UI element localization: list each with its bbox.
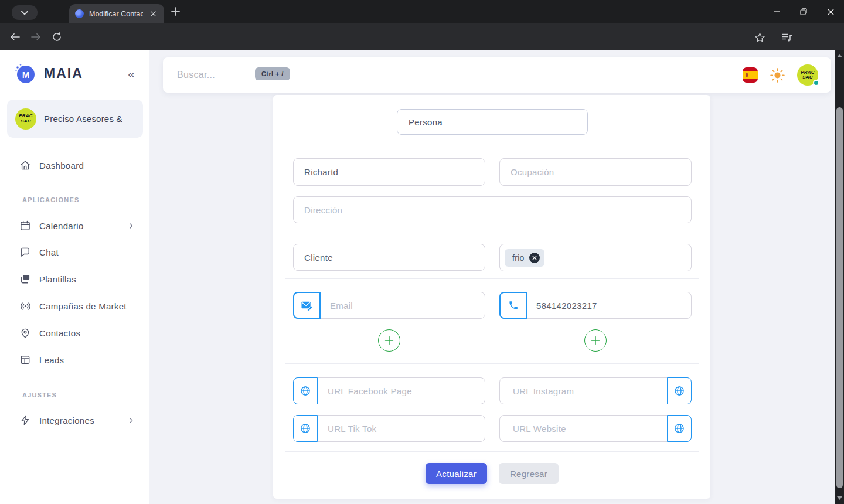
tag-chip: frio (505, 249, 544, 267)
section-aplicaciones: APLICACIONES (22, 196, 80, 203)
minimize-button[interactable] (763, 0, 790, 23)
language-flag-icon[interactable] (743, 67, 758, 83)
chevron-right-icon (127, 417, 135, 424)
sidebar-item-integraciones[interactable]: Integraciones (8, 408, 141, 432)
sidebar-item-leads[interactable]: Leads (8, 348, 141, 372)
restore-button[interactable] (790, 0, 817, 23)
forward-arrow-icon (31, 33, 41, 41)
plus-icon (384, 336, 394, 345)
browser-toolbar: app.maiaassistantai.com/contacts/7/edit (0, 23, 844, 50)
map-pin-icon (19, 326, 32, 339)
section-ajustes: AJUSTES (22, 391, 57, 399)
reload-button[interactable] (48, 28, 66, 46)
reload-icon (52, 32, 62, 42)
svg-text:M: M (22, 70, 30, 80)
tab-title: Modificar Contacto (89, 10, 143, 18)
media-controls-icon (782, 33, 792, 42)
sidebar-item-chat[interactable]: Chat (8, 240, 141, 264)
direccion-input[interactable] (293, 196, 692, 223)
user-avatar[interactable]: PRACSAC (797, 64, 818, 86)
bookmark-button[interactable] (751, 29, 768, 46)
site-favicon-icon (75, 9, 84, 18)
media-controls-button[interactable] (778, 29, 796, 46)
telefono-field (499, 292, 692, 319)
star-icon (755, 33, 765, 42)
chevron-right-icon (127, 222, 135, 230)
remove-tag-icon[interactable] (529, 253, 540, 263)
back-arrow-icon (10, 33, 20, 41)
website-url-input[interactable] (500, 416, 666, 441)
scroll-up-arrow[interactable] (835, 52, 844, 60)
tab-search-button[interactable] (12, 5, 38, 20)
persona-select[interactable]: Persona (397, 109, 588, 135)
back-button[interactable] (6, 28, 23, 46)
online-status-dot (813, 80, 819, 86)
instagram-url-input[interactable] (500, 378, 666, 404)
chat-icon (19, 246, 32, 258)
actualizar-button[interactable]: Actualizar (426, 463, 487, 484)
add-email-button[interactable] (378, 329, 400, 352)
globe-icon (667, 377, 692, 404)
search-shortcut-badge: Ctrl + / (255, 67, 290, 80)
sidebar-item-calendario[interactable]: Calendario (8, 214, 141, 237)
sidebar-collapse-button[interactable]: « (128, 67, 139, 80)
divider (285, 451, 699, 452)
organization-card[interactable]: PRACSAC Preciso Asesores & (7, 100, 143, 138)
regresar-button[interactable]: Regresar (499, 463, 559, 484)
sidebar-item-plantillas[interactable]: Plantillas (8, 267, 141, 291)
sidebar-item-campanas[interactable]: Campañas de Market (8, 294, 141, 318)
plus-icon (591, 336, 600, 345)
forward-button[interactable] (27, 28, 45, 46)
scrollbar-thumb[interactable] (836, 107, 843, 488)
instagram-field (499, 377, 692, 404)
zap-icon (19, 414, 32, 427)
page-scrollbar[interactable] (835, 50, 844, 504)
tags-field[interactable]: frio (499, 244, 692, 271)
email-input[interactable] (321, 292, 485, 318)
tiktok-url-input[interactable] (318, 416, 485, 441)
sidebar-item-contactos[interactable]: Contactos (8, 321, 141, 345)
app-viewport: M MAIA « PRACSAC Preciso Asesores & Dash… (0, 50, 844, 504)
brand-name: MAIA (44, 66, 128, 81)
telefono-input[interactable] (527, 292, 691, 318)
close-button[interactable] (817, 0, 844, 23)
ocupacion-input[interactable] (499, 158, 692, 186)
facebook-url-input[interactable] (318, 378, 485, 404)
organization-name: Preciso Asesores & (44, 114, 122, 124)
tab-close-icon[interactable] (148, 9, 158, 19)
divider (285, 145, 699, 145)
chevron-down-icon (21, 11, 28, 15)
globe-icon (293, 415, 318, 442)
globe-icon (667, 415, 692, 442)
tiktok-field (293, 415, 485, 442)
globe-icon (293, 377, 318, 404)
brand-row: M MAIA « (14, 62, 139, 85)
templates-icon (19, 273, 32, 285)
nombre-input[interactable] (293, 158, 485, 186)
facebook-field (293, 377, 485, 404)
website-field (499, 415, 692, 442)
tag-label: frio (512, 253, 525, 263)
broadcast-icon (19, 299, 32, 312)
divider (285, 278, 699, 279)
light-theme-sun-icon[interactable] (770, 67, 785, 83)
scroll-down-arrow[interactable] (835, 494, 844, 502)
cliente-input[interactable] (293, 244, 485, 271)
divider (285, 363, 699, 364)
contact-edit-form: Persona frio (273, 95, 710, 499)
app-header: Ctrl + / PRACSAC (163, 57, 831, 93)
email-icon (293, 292, 321, 319)
phone-icon (499, 292, 527, 319)
sidebar: M MAIA « PRACSAC Preciso Asesores & Dash… (0, 50, 149, 504)
browser-tab[interactable]: Modificar Contacto (69, 4, 164, 23)
browser-titlebar: Modificar Contacto (0, 0, 844, 23)
new-tab-button[interactable] (171, 7, 180, 18)
sidebar-item-dashboard[interactable]: Dashboard (8, 154, 141, 177)
maia-logo-icon: M (14, 62, 36, 84)
browser-window: Modificar Contacto app.maiaas (0, 0, 844, 504)
add-telefono-button[interactable] (584, 329, 607, 352)
window-controls (763, 0, 844, 23)
organization-avatar: PRACSAC (15, 108, 36, 130)
home-icon (19, 159, 32, 172)
email-field (293, 292, 485, 319)
